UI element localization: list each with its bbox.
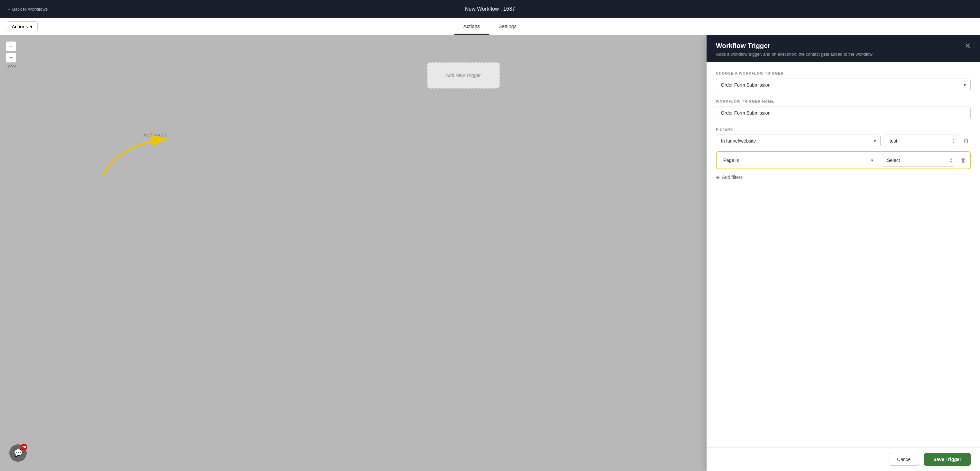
- add-filters-label: Add filters: [722, 174, 743, 180]
- chat-badge: 28: [21, 444, 27, 450]
- choose-trigger-label: CHOOSE A WORKFLOW TRIGGER: [716, 71, 970, 75]
- plus-circle-icon: ⊕: [716, 174, 720, 180]
- filter1-type-select[interactable]: In funnel/website: [716, 135, 881, 147]
- trigger-select-wrapper: Order Form Submission: [716, 79, 970, 91]
- back-link[interactable]: ← Back to Workflows: [7, 7, 48, 12]
- filter1-value-input[interactable]: [885, 135, 958, 147]
- choose-trigger-section: CHOOSE A WORKFLOW TRIGGER Order Form Sub…: [716, 71, 970, 91]
- filter1-type-wrapper: In funnel/website: [716, 135, 881, 147]
- canvas-area: + − 100% Add New Trigger Add your t Work…: [0, 35, 980, 471]
- add-your-text: Add your t: [143, 132, 166, 138]
- filter2-delete-button[interactable]: 🗑: [959, 155, 968, 165]
- workflow-title: New Workflow : 1687: [465, 6, 515, 12]
- cancel-button[interactable]: Cancel: [889, 453, 920, 466]
- zoom-out-button[interactable]: −: [6, 52, 16, 63]
- trigger-select[interactable]: Order Form Submission: [716, 79, 970, 91]
- top-nav: ← Back to Workflows New Workflow : 1687: [0, 0, 980, 18]
- panel-footer: Cancel Save Trigger: [706, 447, 980, 471]
- panel-header: Workflow Trigger ✕ Adds a workflow trigg…: [706, 35, 980, 62]
- panel-title: Workflow Trigger: [716, 42, 770, 50]
- save-trigger-button[interactable]: Save Trigger: [924, 453, 970, 466]
- chat-icon-button[interactable]: 💬 28: [10, 444, 27, 461]
- filter2-type-wrapper: Page is: [719, 154, 878, 166]
- filter-row-2: Page is ▲▼ 🗑: [719, 154, 968, 167]
- trigger-name-input[interactable]: [716, 106, 970, 119]
- actions-button[interactable]: Actions ▾: [7, 21, 38, 32]
- zoom-in-button[interactable]: +: [6, 41, 16, 51]
- filter2-value-wrapper: ▲▼: [882, 154, 955, 167]
- zoom-controls: + − 100%: [6, 41, 16, 69]
- filter-row-2-highlighted: Page is ▲▼ 🗑: [716, 151, 970, 169]
- filter-row-1: In funnel/website ▲▼ 🗑: [716, 135, 970, 147]
- panel-body: CHOOSE A WORKFLOW TRIGGER Order Form Sub…: [706, 62, 980, 447]
- filter1-value-wrapper: ▲▼: [885, 135, 958, 147]
- tab-actions[interactable]: Actions: [454, 19, 489, 35]
- filter1-delete-button[interactable]: 🗑: [962, 136, 970, 146]
- trigger-name-section: WORKFLOW TRIGGER NAME: [716, 99, 970, 119]
- filter2-type-select[interactable]: Page is: [719, 154, 878, 166]
- trigger-name-label: WORKFLOW TRIGGER NAME: [716, 99, 970, 103]
- panel-close-button[interactable]: ✕: [965, 42, 970, 50]
- toolbar-row: Actions ▾ Actions Settings: [0, 18, 980, 35]
- filter2-value-input[interactable]: [882, 154, 955, 167]
- panel-header-top: Workflow Trigger ✕: [716, 42, 970, 50]
- panel-subtitle: Adds a workflow trigger, and on executio…: [716, 52, 970, 57]
- trigger-card[interactable]: Add New Trigger: [427, 62, 500, 89]
- add-filters-button[interactable]: ⊕ Add filters: [716, 173, 743, 181]
- chat-widget: 💬 28: [10, 444, 27, 461]
- tab-settings[interactable]: Settings: [489, 19, 526, 35]
- zoom-level: 100%: [6, 65, 16, 69]
- right-panel: Workflow Trigger ✕ Adds a workflow trigg…: [706, 35, 980, 471]
- tab-group: Actions Settings: [454, 19, 526, 35]
- chevron-down-icon: ▾: [30, 24, 33, 30]
- chat-icon: 💬: [14, 449, 23, 457]
- filters-section: FILTERS In funnel/website ▲▼ 🗑: [716, 127, 970, 181]
- arrow-annotation: [83, 95, 217, 182]
- filters-label: FILTERS: [716, 127, 970, 131]
